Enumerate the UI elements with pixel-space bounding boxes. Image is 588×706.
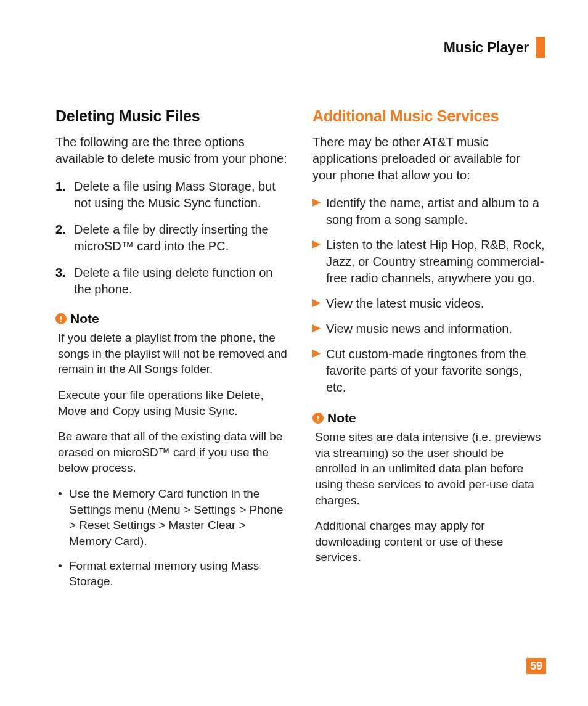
intro-paragraph: The following are the three options avai… — [55, 134, 288, 167]
arrow-list-item: ▶ Identify the name, artist and album to… — [312, 195, 545, 228]
note-paragraph: Some sites are data intensive (i.e. prev… — [312, 429, 545, 508]
left-column: Deleting Music Files The following are t… — [55, 107, 288, 598]
section-heading-additional: Additional Music Services — [312, 107, 545, 125]
step-item: 2. Delete a file by directly inserting t… — [55, 221, 288, 255]
step-number: 2. — [55, 221, 66, 238]
note-paragraph: Execute your file operations like Delete… — [55, 387, 288, 419]
note-bullet-list: Use the Memory Card function in the Sett… — [55, 486, 288, 589]
note-heading: ! Note — [55, 311, 288, 326]
note-paragraph: Additional charges may apply for downloa… — [312, 518, 545, 565]
arrow-list-item: ▶ Cut custom-made ringtones from the fav… — [312, 346, 545, 396]
arrow-icon: ▶ — [312, 237, 321, 252]
note-paragraph: If you delete a playlist from the phone,… — [55, 330, 288, 377]
note-icon: ! — [55, 313, 67, 324]
note-bullet-text: Use the Memory Card function in the Sett… — [69, 487, 284, 548]
note-bullet-text: Format external memory using Mass Storag… — [69, 559, 259, 588]
page-header: Music Player — [55, 37, 545, 58]
arrow-item-text: View the latest music videos. — [326, 297, 484, 310]
note-paragraph: Be aware that all of the existing data w… — [55, 429, 288, 476]
arrow-list-item: ▶ View music news and information. — [312, 321, 545, 337]
header-accent-bar — [536, 37, 545, 58]
arrow-icon: ▶ — [312, 321, 321, 335]
numbered-steps: 1. Delete a file using Mass Storage, but… — [55, 178, 288, 298]
step-item: 1. Delete a file using Mass Storage, but… — [55, 178, 288, 211]
header-title: Music Player — [444, 39, 529, 56]
note-icon: ! — [312, 413, 324, 424]
content-columns: Deleting Music Files The following are t… — [55, 107, 545, 598]
arrow-list: ▶ Identify the name, artist and album to… — [312, 195, 545, 396]
note-bullet-item: Format external memory using Mass Storag… — [58, 558, 288, 589]
note-label: Note — [327, 411, 356, 425]
note-bullet-item: Use the Memory Card function in the Sett… — [58, 486, 288, 549]
arrow-list-item: ▶ Listen to the latest Hip Hop, R&B, Roc… — [312, 237, 545, 287]
step-number: 3. — [55, 265, 66, 281]
step-item: 3. Delete a file using delete function o… — [55, 265, 288, 298]
step-text: Delete a file by directly inserting the … — [74, 223, 269, 253]
arrow-icon: ▶ — [312, 296, 321, 310]
right-column: Additional Music Services There may be o… — [312, 107, 545, 598]
note-heading: ! Note — [312, 411, 545, 425]
note-label: Note — [70, 311, 99, 326]
step-text: Delete a file using delete function on t… — [74, 266, 272, 296]
arrow-item-text: Cut custom-made ringtones from the favor… — [326, 347, 526, 394]
arrow-item-text: Listen to the latest Hip Hop, R&B, Rock,… — [326, 238, 545, 285]
arrow-item-text: Identify the name, artist and album to a… — [326, 196, 539, 226]
page-number: 59 — [526, 658, 546, 674]
intro-paragraph: There may be other AT&T music applicatio… — [312, 134, 545, 184]
step-text: Delete a file using Mass Storage, but no… — [74, 179, 276, 210]
step-number: 1. — [55, 178, 66, 195]
arrow-list-item: ▶ View the latest music videos. — [312, 295, 545, 312]
manual-page: Music Player Deleting Music Files The fo… — [0, 0, 588, 706]
arrow-item-text: View music news and information. — [326, 322, 512, 335]
arrow-icon: ▶ — [312, 347, 321, 361]
section-heading-deleting: Deleting Music Files — [55, 107, 288, 125]
arrow-icon: ▶ — [312, 195, 321, 210]
